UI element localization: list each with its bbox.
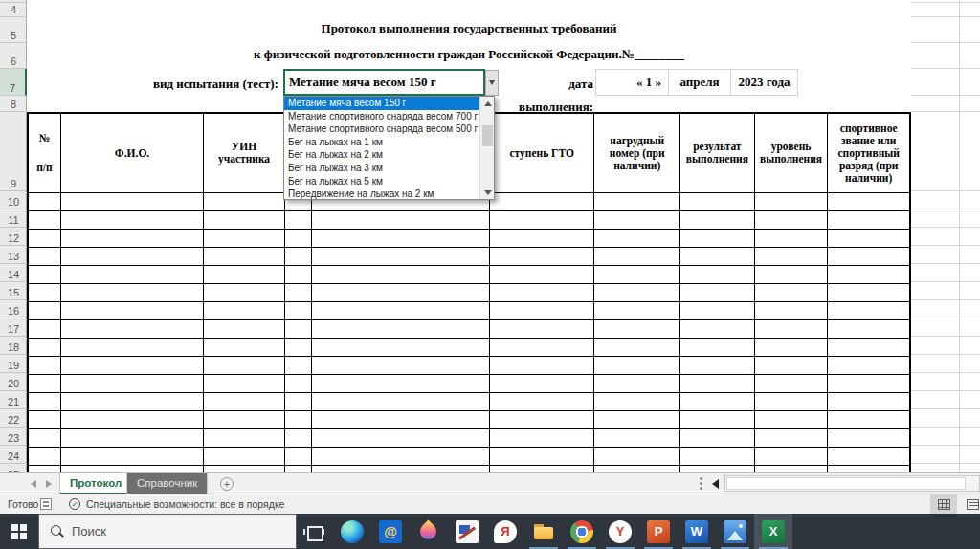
table-cell[interactable] — [312, 448, 490, 466]
table-cell[interactable] — [755, 302, 829, 320]
table-cell[interactable] — [680, 375, 755, 393]
table-cell[interactable] — [594, 411, 680, 429]
hscroll-thumb[interactable] — [726, 477, 966, 490]
table-cell[interactable] — [204, 411, 285, 429]
table-cell[interactable] — [204, 266, 285, 284]
table-cell[interactable] — [680, 230, 755, 248]
table-cell[interactable] — [828, 302, 909, 320]
table-cell[interactable] — [755, 357, 829, 375]
table-cell[interactable] — [490, 393, 595, 411]
table-cell[interactable] — [61, 302, 204, 320]
table-cell[interactable] — [755, 211, 829, 230]
dropdown-item[interactable]: Бег на лыжах на 2 км — [284, 148, 479, 162]
table-cell[interactable] — [680, 248, 755, 266]
dropdown-item[interactable]: Бег на лыжах на 5 км — [284, 175, 479, 188]
table-cell[interactable] — [490, 248, 595, 266]
table-cell[interactable] — [29, 284, 61, 302]
paint-3d-taskbar-button[interactable] — [410, 514, 448, 549]
table-cell[interactable] — [285, 357, 312, 375]
table-cell[interactable] — [29, 302, 61, 320]
row-header-24[interactable]: 24 — [0, 446, 27, 464]
table-cell[interactable] — [61, 266, 204, 284]
dropdown-item[interactable]: Метание спортивного снаряда весом 700 г — [284, 110, 479, 123]
table-cell[interactable] — [61, 230, 204, 248]
table-cell[interactable] — [29, 266, 61, 284]
table-cell[interactable] — [594, 193, 680, 211]
table-cell[interactable] — [755, 411, 829, 429]
date-month-cell[interactable]: апреля — [668, 69, 731, 96]
table-cell[interactable] — [285, 339, 312, 357]
table-cell[interactable] — [594, 320, 680, 339]
table-cell[interactable] — [828, 429, 909, 448]
table-cell[interactable] — [594, 466, 680, 472]
table-cell[interactable] — [29, 230, 61, 248]
table-cell[interactable] — [490, 339, 595, 357]
table-cell[interactable] — [594, 429, 680, 448]
row-header-17[interactable]: 17 — [0, 318, 27, 337]
table-cell[interactable] — [594, 211, 680, 230]
table-cell[interactable] — [828, 266, 909, 284]
row-header-12[interactable]: 12 — [0, 228, 27, 246]
table-cell[interactable] — [490, 320, 595, 339]
table-cell[interactable] — [594, 248, 680, 266]
table-cell[interactable] — [490, 284, 595, 302]
table-cell[interactable] — [204, 193, 285, 211]
table-cell[interactable] — [490, 411, 595, 429]
col-header-number[interactable]: № п/п — [29, 114, 61, 193]
table-cell[interactable] — [204, 393, 285, 411]
task-view-taskbar-button[interactable] — [295, 514, 333, 549]
table-cell[interactable] — [490, 429, 595, 448]
col-header-badge[interactable]: нагрудный номер (при наличии) — [594, 114, 680, 193]
table-cell[interactable] — [29, 357, 61, 375]
sheet-tab-spravochnik[interactable]: Справочник — [126, 473, 208, 494]
table-cell[interactable] — [490, 357, 595, 375]
table-cell[interactable] — [204, 284, 285, 302]
table-cell[interactable] — [680, 429, 755, 448]
new-sheet-button[interactable]: + — [220, 477, 234, 491]
table-cell[interactable] — [828, 339, 909, 357]
table-cell[interactable] — [29, 248, 61, 266]
dropdown-item[interactable]: Бег на лыжах на 3 км — [284, 162, 479, 175]
date-year-cell[interactable]: 2023 года — [730, 69, 798, 96]
macro-record-icon[interactable] — [40, 498, 52, 510]
table-cell[interactable] — [680, 393, 755, 411]
table-cell[interactable] — [755, 320, 829, 339]
row-header-14[interactable]: 14 — [0, 264, 27, 282]
table-cell[interactable] — [490, 266, 595, 284]
table-cell[interactable] — [204, 211, 285, 230]
row-header-6[interactable]: 6 — [0, 43, 27, 69]
table-cell[interactable] — [490, 302, 595, 320]
table-cell[interactable] — [204, 320, 285, 339]
table-cell[interactable] — [490, 466, 595, 472]
table-cell[interactable] — [312, 302, 490, 320]
table-cell[interactable] — [61, 339, 204, 357]
table-cell[interactable] — [204, 375, 285, 393]
table-cell[interactable] — [204, 302, 285, 320]
row-header-19[interactable]: 19 — [0, 355, 27, 373]
table-cell[interactable] — [61, 466, 204, 472]
scroll-up-button[interactable] — [480, 97, 495, 110]
table-cell[interactable] — [204, 429, 285, 448]
table-cell[interactable] — [312, 320, 490, 339]
table-cell[interactable] — [285, 411, 312, 429]
table-cell[interactable] — [828, 248, 909, 266]
table-cell[interactable] — [594, 266, 680, 284]
table-cell[interactable] — [828, 320, 909, 339]
movie-app-taskbar-button[interactable] — [448, 514, 486, 549]
table-cell[interactable] — [312, 466, 490, 472]
table-cell[interactable] — [312, 211, 490, 230]
next-sheet-arrow-icon[interactable] — [46, 480, 52, 488]
table-cell[interactable] — [828, 230, 909, 248]
row-header-8[interactable]: 8 — [0, 96, 27, 112]
table-cell[interactable] — [312, 266, 490, 284]
table-cell[interactable] — [61, 357, 204, 375]
table-cell[interactable] — [680, 211, 755, 230]
table-cell[interactable] — [680, 411, 755, 429]
row-header-21[interactable]: 21 — [0, 391, 27, 409]
table-cell[interactable] — [490, 230, 595, 248]
table-cell[interactable] — [755, 339, 829, 357]
normal-view-button[interactable] — [930, 494, 957, 514]
page-layout-view-button[interactable] — [959, 494, 980, 514]
table-cell[interactable] — [204, 339, 285, 357]
table-cell[interactable] — [680, 466, 755, 472]
